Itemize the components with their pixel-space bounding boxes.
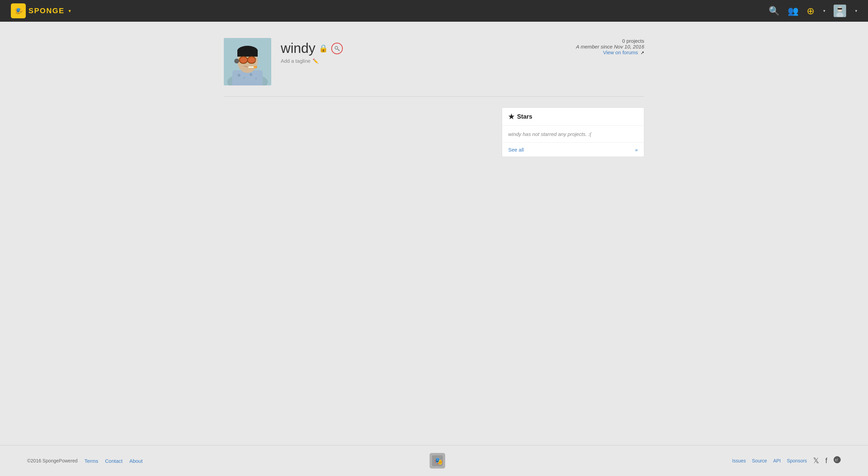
stars-header: ★ Stars	[502, 108, 644, 126]
tagline-text: Add a tagline	[281, 58, 311, 64]
svg-rect-27	[254, 66, 257, 68]
navbar: 🎭 SPONGE ▾ 🔍 👥 ⊕ ▾ ▾	[0, 0, 868, 22]
api-key-button[interactable]	[331, 43, 343, 54]
main-content: windy 🔒 Add a tagline ✏️	[197, 38, 671, 157]
projects-count: 0 projects	[576, 38, 644, 44]
navbar-right: 🔍 👥 ⊕ ▾ ▾	[769, 4, 857, 17]
svg-point-12	[238, 74, 240, 77]
footer: ©2016 SpongePowered Terms Contact About …	[0, 445, 868, 476]
navbar-left: 🎭 SPONGE ▾	[11, 3, 71, 18]
profile-meta: 0 projects A member since Nov 10, 2016 V…	[576, 38, 644, 56]
edit-tagline-icon[interactable]: ✏️	[313, 58, 318, 64]
profile-avatar	[224, 38, 271, 85]
svg-text:r/: r/	[835, 457, 838, 462]
footer-left: ©2016 SpongePowered Terms Contact About	[27, 458, 143, 464]
right-column: ★ Stars windy has not starred any projec…	[224, 107, 644, 157]
footer-api-link[interactable]: API	[773, 458, 781, 463]
user-avatar[interactable]	[833, 4, 846, 17]
footer-sponsors-link[interactable]: Sponsors	[787, 458, 807, 463]
forum-link[interactable]: View on forums	[603, 49, 638, 55]
stars-empty-message: windy has not starred any projects. :(	[508, 131, 591, 137]
svg-rect-8	[837, 8, 842, 9]
see-all-chevron-icon: »	[635, 147, 638, 153]
logo-chevron-icon[interactable]: ▾	[68, 8, 71, 14]
footer-center: 🎭	[430, 453, 445, 469]
facebook-icon[interactable]: f	[825, 456, 827, 465]
svg-text:🎭: 🎭	[16, 7, 23, 15]
footer-issues-link[interactable]: Issues	[732, 458, 746, 463]
footer-right: Issues Source API Sponsors 𝕏 f r/	[732, 456, 841, 465]
username: windy	[281, 41, 315, 56]
stars-title: Stars	[517, 113, 532, 120]
profile-left: windy 🔒 Add a tagline ✏️	[224, 38, 343, 85]
plus-icon[interactable]: ⊕	[807, 5, 814, 17]
profile-info: windy 🔒 Add a tagline ✏️	[281, 38, 343, 64]
search-icon[interactable]: 🔍	[769, 6, 780, 16]
stars-widget: ★ Stars windy has not starred any projec…	[502, 107, 644, 157]
external-link-icon: ↗	[640, 50, 644, 55]
svg-point-30	[235, 60, 238, 62]
footer-terms-link[interactable]: Terms	[84, 458, 98, 464]
reddit-icon[interactable]: r/	[833, 456, 841, 465]
svg-point-15	[255, 78, 257, 80]
stars-footer: See all »	[502, 142, 644, 157]
svg-text:🎭: 🎭	[434, 457, 443, 465]
see-all-link[interactable]: See all	[508, 147, 524, 153]
svg-point-14	[250, 73, 252, 76]
avatar-dropdown-icon[interactable]: ▾	[855, 8, 857, 13]
twitter-icon[interactable]: 𝕏	[813, 456, 819, 465]
svg-point-23	[240, 57, 247, 63]
svg-rect-19	[237, 50, 258, 57]
lock-icon: 🔒	[319, 44, 328, 53]
footer-about-link[interactable]: About	[129, 458, 142, 464]
member-since: A member since Nov 10, 2016	[576, 44, 644, 49]
users-icon[interactable]: 👥	[788, 6, 798, 16]
svg-point-13	[243, 77, 245, 79]
logo-icon[interactable]: 🎭	[11, 3, 26, 18]
profile-section: windy 🔒 Add a tagline ✏️	[224, 38, 644, 97]
avatar-image	[834, 5, 846, 17]
footer-copyright: ©2016 SpongePowered	[27, 458, 78, 463]
username-row: windy 🔒	[281, 41, 343, 56]
footer-source-link[interactable]: Source	[752, 458, 767, 463]
star-icon: ★	[508, 113, 514, 121]
plus-dropdown-icon[interactable]: ▾	[823, 8, 825, 13]
logo-text: SPONGE	[28, 6, 64, 15]
stars-body: windy has not starred any projects. :(	[502, 126, 644, 142]
svg-point-24	[248, 57, 255, 63]
footer-contact-link[interactable]: Contact	[105, 458, 123, 464]
tagline-row: Add a tagline ✏️	[281, 58, 343, 64]
footer-logo: 🎭	[430, 453, 445, 469]
